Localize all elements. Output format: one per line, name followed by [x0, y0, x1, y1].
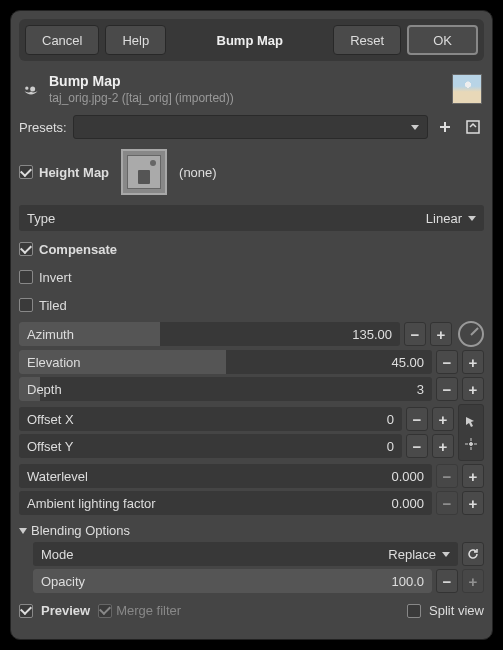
- blending-expander[interactable]: Blending Options: [19, 523, 484, 538]
- ok-button[interactable]: OK: [407, 25, 478, 55]
- heightmap-row: Height Map (none): [19, 149, 484, 195]
- depth-value: 3: [417, 382, 432, 397]
- splitview-checkbox[interactable]: [407, 604, 421, 618]
- preview-checkbox[interactable]: [19, 604, 33, 618]
- ambient-minus[interactable]: −: [436, 491, 458, 515]
- offset-group: Offset X 0 − + Offset Y 0 − +: [19, 404, 484, 461]
- page-title: Bump Map: [49, 73, 444, 89]
- opacity-plus[interactable]: +: [462, 569, 484, 593]
- waterlevel-plus[interactable]: +: [462, 464, 484, 488]
- elevation-plus[interactable]: +: [462, 350, 484, 374]
- cursor-pick-icon[interactable]: [463, 412, 479, 432]
- svg-point-1: [470, 442, 473, 445]
- offsetx-plus[interactable]: +: [432, 407, 454, 431]
- ambient-row: Ambient lighting factor 0.000 − +: [19, 491, 484, 515]
- elevation-label: Elevation: [19, 355, 80, 370]
- reset-button[interactable]: Reset: [333, 25, 401, 55]
- offsety-plus[interactable]: +: [432, 434, 454, 458]
- add-preset-button[interactable]: [434, 116, 456, 138]
- tiled-checkbox[interactable]: [19, 298, 33, 312]
- offsetx-slider[interactable]: Offset X 0: [19, 407, 402, 431]
- compensate-label: Compensate: [39, 242, 117, 257]
- ambient-slider[interactable]: Ambient lighting factor 0.000: [19, 491, 432, 515]
- offsetx-value: 0: [387, 412, 402, 427]
- slider-fill: [33, 569, 432, 593]
- azimuth-minus[interactable]: −: [404, 322, 426, 346]
- gimp-icon: [21, 79, 41, 99]
- waterlevel-label: Waterlevel: [19, 469, 88, 484]
- invert-checkbox[interactable]: [19, 270, 33, 284]
- chevron-down-icon: [468, 216, 476, 221]
- ambient-label: Ambient lighting factor: [19, 496, 156, 511]
- opacity-label: Opacity: [33, 574, 85, 589]
- offset-side-controls: [458, 404, 484, 461]
- heightmap-picker[interactable]: [121, 149, 167, 195]
- type-dropdown[interactable]: Type Linear: [19, 205, 484, 231]
- svg-rect-0: [467, 121, 479, 133]
- mode-value: Replace: [388, 547, 436, 562]
- mode-label: Mode: [41, 547, 74, 562]
- merge-label: Merge filter: [116, 603, 181, 618]
- mode-row: Mode Replace: [33, 542, 484, 566]
- compensate-checkbox[interactable]: [19, 242, 33, 256]
- preview-thumbnail[interactable]: [452, 74, 482, 104]
- ambient-plus[interactable]: +: [462, 491, 484, 515]
- opacity-slider[interactable]: Opacity 100.0: [33, 569, 432, 593]
- splitview-label: Split view: [429, 603, 484, 618]
- mode-reset-button[interactable]: [462, 542, 484, 566]
- elevation-minus[interactable]: −: [436, 350, 458, 374]
- waterlevel-value: 0.000: [391, 469, 432, 484]
- offsetx-minus[interactable]: −: [406, 407, 428, 431]
- chevron-down-icon: [411, 125, 419, 130]
- presets-label: Presets:: [19, 120, 67, 135]
- azimuth-dial[interactable]: [458, 321, 484, 347]
- offsety-minus[interactable]: −: [406, 434, 428, 458]
- opacity-row: Opacity 100.0 − +: [33, 569, 484, 593]
- azimuth-value: 135.00: [352, 327, 400, 342]
- presets-dropdown[interactable]: [73, 115, 428, 139]
- heightmap-value: (none): [179, 165, 217, 180]
- ambient-value: 0.000: [391, 496, 432, 511]
- elevation-slider[interactable]: Elevation 45.00: [19, 350, 432, 374]
- azimuth-row: Azimuth 135.00 − +: [19, 321, 484, 347]
- manage-presets-button[interactable]: [462, 116, 484, 138]
- invert-label: Invert: [39, 270, 72, 285]
- chevron-down-icon: [19, 528, 27, 534]
- depth-slider[interactable]: Depth 3: [19, 377, 432, 401]
- page-subtitle: taj_orig.jpg-2 ([taj_orig] (imported)): [49, 91, 444, 105]
- heightmap-label: Height Map: [39, 165, 109, 180]
- blending-title: Blending Options: [31, 523, 130, 538]
- merge-filter-option[interactable]: Merge filter: [98, 603, 181, 618]
- elevation-value: 45.00: [391, 355, 432, 370]
- dialog-title: Bump Map: [172, 33, 327, 48]
- tiled-label: Tiled: [39, 298, 67, 313]
- presets-row: Presets:: [19, 115, 484, 139]
- cancel-button[interactable]: Cancel: [25, 25, 99, 55]
- bump-map-dialog: Cancel Help Bump Map Reset OK Bump Map t…: [10, 10, 493, 640]
- elevation-row: Elevation 45.00 − +: [19, 350, 484, 374]
- waterlevel-slider[interactable]: Waterlevel 0.000: [19, 464, 432, 488]
- azimuth-plus[interactable]: +: [430, 322, 452, 346]
- titlebar: Cancel Help Bump Map Reset OK: [19, 19, 484, 61]
- chevron-down-icon: [442, 552, 450, 557]
- offsetx-label: Offset X: [19, 412, 74, 427]
- merge-checkbox: [98, 604, 112, 618]
- offsety-slider[interactable]: Offset Y 0: [19, 434, 402, 458]
- depth-plus[interactable]: +: [462, 377, 484, 401]
- help-button[interactable]: Help: [105, 25, 166, 55]
- azimuth-slider[interactable]: Azimuth 135.00: [19, 322, 400, 346]
- footer: Preview Merge filter Split view: [19, 603, 484, 618]
- opacity-minus[interactable]: −: [436, 569, 458, 593]
- header: Bump Map taj_orig.jpg-2 ([taj_orig] (imp…: [19, 69, 484, 111]
- heightmap-checkbox[interactable]: [19, 165, 33, 179]
- waterlevel-minus[interactable]: −: [436, 464, 458, 488]
- mode-dropdown[interactable]: Mode Replace: [33, 542, 458, 566]
- offsety-value: 0: [387, 439, 402, 454]
- offsety-label: Offset Y: [19, 439, 74, 454]
- depth-minus[interactable]: −: [436, 377, 458, 401]
- azimuth-label: Azimuth: [19, 327, 74, 342]
- depth-label: Depth: [19, 382, 62, 397]
- opacity-value: 100.0: [391, 574, 432, 589]
- preview-label: Preview: [41, 603, 90, 618]
- center-icon[interactable]: [463, 434, 479, 454]
